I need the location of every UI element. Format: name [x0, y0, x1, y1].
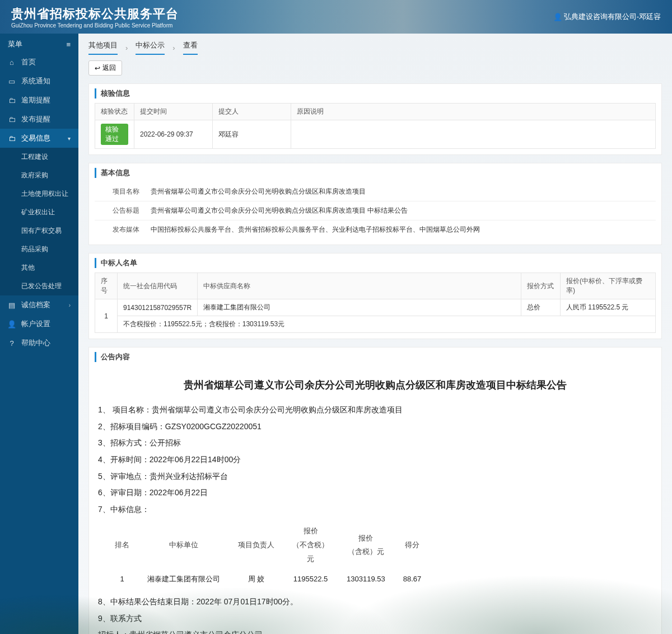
winners-table: 序号 统一社会信用代码 中标供应商名称 报价方式 报价(中标价、下浮率或费率) …	[95, 273, 656, 333]
sidebar-item-label: 系统通知	[21, 76, 50, 86]
announce-line: 2、招标项目编码：GZSY0200GCGZ20220051	[98, 419, 652, 434]
cell-idx: 1	[95, 299, 118, 333]
td: 1	[106, 569, 138, 590]
announce-line: 1、 项目名称：贵州省烟草公司遵义市公司余庆分公司光明收购点分级区和库房改造项目	[98, 402, 652, 417]
sidebar-item-label: 交易信息	[21, 133, 50, 143]
sidebar-item[interactable]: ⌂首页	[0, 53, 78, 72]
kv-row: 发布媒体 中国招标投标公共服务平台、贵州省招标投标公共服务平台、兴业利达电子招标…	[95, 220, 656, 239]
sidebar-subitem[interactable]: 国有产权交易	[0, 222, 78, 240]
sidebar-item[interactable]: 🗀发布提醒	[0, 110, 78, 129]
announce-body: 贵州省烟草公司遵义市公司余庆分公司光明收购点分级区和库房改造项目中标结果公告 1…	[95, 367, 656, 634]
sidebar-subitem[interactable]: 已发公告处理	[0, 277, 78, 295]
top-bar: 贵州省招标投标公共服务平台 GuiZhou Province Tendering…	[0, 0, 672, 34]
cell-usci: 91430121587029557R	[118, 299, 198, 316]
td: 周 姣	[229, 569, 283, 590]
sidebar-item[interactable]: 🗀逾期提醒	[0, 91, 78, 110]
kv-value: 贵州省烟草公司遵义市公司余庆分公司光明收购点分级区和库房改造项目 中标结果公告	[145, 201, 656, 220]
sidebar-item-label: 工程建设	[21, 152, 48, 162]
kv-label: 发布媒体	[95, 220, 145, 239]
kv-label: 项目名称	[95, 182, 145, 201]
sidebar-item-label: 帮助中心	[21, 338, 50, 348]
sidebar-item-label: 土地使用权出让	[21, 189, 68, 199]
sidebar-menu-label: 菜单	[8, 39, 22, 49]
breadcrumb-item[interactable]: 查看	[183, 40, 198, 55]
announce-line: 4、开标时间：2022年06月22日14时00分	[98, 452, 652, 467]
breadcrumb-sep: ›	[125, 44, 128, 52]
announce-line: 招标人：贵州省烟草公司遵义市公司余庆分公司	[98, 627, 652, 634]
user-info[interactable]: 👤 弘典建设咨询有限公司-邓廷容	[554, 12, 661, 22]
home-icon: ⌂	[8, 58, 16, 67]
sidebar-item-label: 逾期提醒	[21, 95, 50, 105]
sidebar-item-label: 国有产权交易	[21, 226, 62, 236]
sidebar-subitem[interactable]: 药品采购	[0, 240, 78, 259]
winners-panel: 中标人名单 序号 统一社会信用代码 中标供应商名称 报价方式 报价(中标价、下浮…	[88, 253, 662, 339]
status-badge: 核验通过	[101, 124, 128, 145]
announce-line: 5、评审地点：贵州兴业利达招标平台	[98, 469, 652, 484]
table-row: 1湘泰建工集团有限公司周 姣1195522.51303119.5388.67	[106, 569, 430, 590]
panel-title: 核验信息	[95, 88, 656, 98]
panel-title: 公告内容	[95, 352, 656, 362]
announce-panel: 公告内容 贵州省烟草公司遵义市公司余庆分公司光明收购点分级区和库房改造项目中标结…	[88, 347, 662, 634]
sidebar-item[interactable]: ▭系统通知	[0, 72, 78, 91]
th: 序号	[95, 273, 118, 299]
breadcrumb-item[interactable]: 其他项目	[88, 40, 118, 55]
breadcrumb-sep: ›	[172, 44, 175, 52]
kv-value: 贵州省烟草公司遵义市公司余庆分公司光明收购点分级区和库房改造项目	[145, 182, 447, 201]
kv-row: 公告标题 贵州省烟草公司遵义市公司余庆分公司光明收购点分级区和库房改造项目 中标…	[95, 201, 656, 220]
sidebar-item[interactable]: ?帮助中心	[0, 334, 78, 353]
sidebar-subitem[interactable]: 土地使用权出让	[0, 185, 78, 203]
sidebar-item[interactable]: ▤诚信档案›	[0, 295, 78, 314]
bid-table: 排名中标单位项目负责人报价 （不含税） 元报价 （含税）元得分 1湘泰建工集团有…	[106, 521, 430, 590]
table-row: 不含税报价：1195522.5元；含税报价：1303119.53元	[95, 316, 656, 333]
clock-icon: 🗀	[8, 96, 16, 105]
back-button[interactable]: ↩ 返回	[88, 60, 122, 76]
announce-line: 3、招标方式：公开招标	[98, 435, 652, 450]
sidebar-subitem[interactable]: 政府采购	[0, 166, 78, 185]
breadcrumb-item[interactable]: 中标公示	[136, 40, 165, 55]
th-reason: 原因说明	[291, 104, 656, 120]
verify-table: 核验状态 提交时间 提交人 原因说明 核验通过 2022-06-29 09:37…	[95, 103, 656, 149]
th-submitter: 提交人	[213, 104, 291, 120]
sidebar-item-label: 诚信档案	[21, 300, 50, 310]
back-icon: ↩	[95, 64, 100, 72]
cell-note: 不含税报价：1195522.5元；含税报价：1303119.53元	[118, 316, 656, 333]
td: 湘泰建工集团有限公司	[138, 569, 229, 590]
kv-row: 项目名称 贵州省烟草公司遵义市公司余庆分公司光明收购点分级区和库房改造项目	[95, 182, 656, 201]
verify-panel: 核验信息 核验状态 提交时间 提交人 原因说明 核验通过 2022-06-29 …	[88, 83, 662, 155]
th: 得分	[394, 521, 431, 569]
sidebar-item[interactable]: 👤帐户设置	[0, 314, 78, 334]
td: 1195522.5	[283, 569, 338, 590]
menu-toggle-icon[interactable]: ≡	[66, 40, 71, 49]
sidebar-item[interactable]: 🗀交易信息▾	[0, 129, 78, 148]
cell-time: 2022-06-29 09:37	[134, 120, 213, 149]
announce-line: 6、评审日期：2022年06月22日	[98, 485, 652, 500]
cell-method: 总价	[521, 299, 561, 316]
th-time: 提交时间	[134, 104, 213, 120]
th: 报价 （不含税） 元	[283, 521, 338, 569]
table-row: 核验通过 2022-06-29 09:37 邓廷容	[95, 120, 656, 149]
td: 1303119.53	[338, 569, 394, 590]
chevron-right-icon: ›	[69, 302, 71, 308]
th: 报价方式	[521, 273, 561, 299]
announce-line: 8、中标结果公告结束日期：2022年 07月01日17时00分。	[98, 594, 652, 609]
cell-price: 人民币 1195522.5 元	[561, 299, 656, 316]
breadcrumb: 其他项目 › 中标公示 › 查看	[88, 40, 662, 55]
sidebar-subitem[interactable]: 矿业权出让	[0, 203, 78, 222]
th: 报价 （含税）元	[338, 521, 394, 569]
card-icon: ▤	[8, 301, 16, 309]
sidebar-item-label: 其他	[21, 263, 35, 273]
sidebar-subitem[interactable]: 其他	[0, 259, 78, 277]
sidebar-nav: ⌂首页▭系统通知🗀逾期提醒🗀发布提醒🗀交易信息▾工程建设政府采购土地使用权出让矿…	[0, 53, 78, 353]
bell-icon: ▭	[8, 77, 16, 86]
brand-subtitle: GuiZhou Province Tendering and Bidding P…	[11, 22, 179, 29]
user-icon: 👤	[554, 13, 562, 21]
th: 项目负责人	[229, 521, 283, 569]
kv-value: 中国招标投标公共服务平台、贵州省招标投标公共服务平台、兴业利达电子招标投标平台、…	[145, 220, 656, 239]
cell-name: 湘泰建工集团有限公司	[198, 299, 521, 316]
td: 88.67	[394, 569, 431, 590]
sidebar: 菜单 ≡ ⌂首页▭系统通知🗀逾期提醒🗀发布提醒🗀交易信息▾工程建设政府采购土地使…	[0, 34, 78, 634]
th: 统一社会信用代码	[118, 273, 198, 299]
sidebar-subitem[interactable]: 工程建设	[0, 148, 78, 166]
panel-title: 基本信息	[95, 168, 656, 178]
th: 中标供应商名称	[198, 273, 521, 299]
